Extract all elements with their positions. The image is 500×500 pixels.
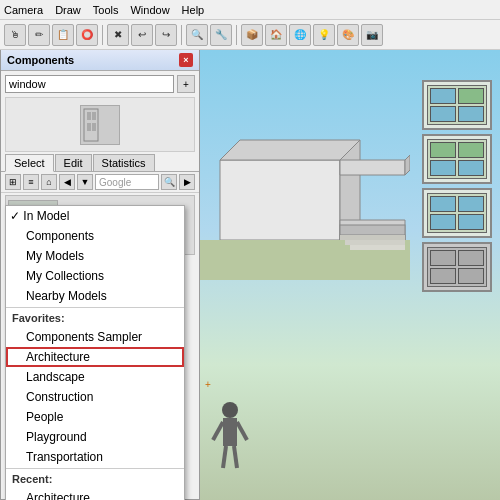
menu-item-4[interactable]: Nearby Models [6, 286, 184, 306]
pane-14 [458, 250, 484, 266]
tab-statistics[interactable]: Statistics [93, 154, 155, 171]
pane-9 [430, 196, 456, 212]
thumb-item-2[interactable] [422, 134, 492, 184]
toolbar-icon-4[interactable]: ⭕ [76, 24, 98, 46]
nav-back-button[interactable]: ◀ [59, 174, 75, 190]
svg-line-15 [237, 422, 247, 440]
nav-dropdown-button[interactable]: ▼ [77, 174, 93, 190]
thumb-item-3[interactable] [422, 188, 492, 238]
menu-camera[interactable]: Camera [4, 4, 43, 16]
menu-item-0[interactable]: ✓ In Model [6, 206, 184, 226]
svg-rect-11 [350, 245, 405, 250]
svg-marker-3 [340, 160, 405, 175]
pane-7 [430, 160, 456, 176]
tabs-bar: Select Edit Statistics [1, 152, 199, 172]
toolbar: 🖱 ✏ 📋 ⭕ ✖ ↩ ↪ 🔍 🔧 📦 🏠 🌐 💡 🎨 📷 [0, 20, 500, 50]
menu-section-15: Recent: [6, 470, 184, 488]
menu-item-2[interactable]: My Models [6, 246, 184, 266]
nav-search-button[interactable]: 🔍 [161, 174, 177, 190]
svg-line-14 [213, 422, 223, 440]
pane-6 [458, 142, 484, 158]
menu-item-16[interactable]: Architecture [6, 488, 184, 500]
component-thumbnail [80, 105, 120, 145]
menu-item-3[interactable]: My Collections [6, 266, 184, 286]
toolbar-icon-11[interactable]: 🏠 [265, 24, 287, 46]
menu-window[interactable]: Window [130, 4, 169, 16]
tab-select[interactable]: Select [5, 154, 54, 172]
toolbar-icon-13[interactable]: 💡 [313, 24, 335, 46]
google-label: Google [99, 177, 131, 188]
toolbar-icon-3[interactable]: 📋 [52, 24, 74, 46]
menu-help[interactable]: Help [182, 4, 205, 16]
panel-title-bar: Components × [1, 50, 199, 71]
main-area: + [0, 50, 500, 500]
thumbnail-panel [422, 80, 492, 292]
nav-forward-button[interactable]: ▶ [179, 174, 195, 190]
toolbar-icon-12[interactable]: 🌐 [289, 24, 311, 46]
svg-rect-22 [92, 123, 96, 131]
pane-13 [430, 250, 456, 266]
menu-bar: Camera Draw Tools Window Help [0, 0, 500, 20]
svg-rect-19 [87, 112, 91, 120]
search-bar: + [1, 71, 199, 97]
svg-line-17 [234, 446, 237, 468]
menu-separator-14 [6, 468, 184, 469]
toolbar-icon-10[interactable]: 📦 [241, 24, 263, 46]
menu-item-8[interactable]: Architecture [6, 347, 184, 367]
toolbar-icon-8[interactable]: 🔍 [186, 24, 208, 46]
menu-item-1[interactable]: Components [6, 226, 184, 246]
google-search-bar[interactable]: Google [95, 174, 159, 190]
pane-10 [458, 196, 484, 212]
svg-line-16 [223, 446, 226, 468]
toolbar-icon-2[interactable]: ✏ [28, 24, 50, 46]
pane-8 [458, 160, 484, 176]
svg-marker-4 [405, 155, 410, 175]
menu-draw[interactable]: Draw [55, 4, 81, 16]
menu-item-9[interactable]: Landscape [6, 367, 184, 387]
toolbar-icon-15[interactable]: 📷 [361, 24, 383, 46]
toolbar-icon-14[interactable]: 🎨 [337, 24, 359, 46]
nav-list-button[interactable]: ≡ [23, 174, 39, 190]
menu-item-12[interactable]: Playground [6, 427, 184, 447]
person-figure [210, 400, 250, 480]
pane-5 [430, 142, 456, 158]
svg-rect-9 [340, 235, 405, 240]
pane-3 [430, 106, 456, 122]
search-add-button[interactable]: + [177, 75, 195, 93]
thumbnail-area [5, 97, 195, 152]
svg-rect-13 [223, 418, 237, 446]
toolbar-icon-7[interactable]: ↪ [155, 24, 177, 46]
menu-separator-5 [6, 307, 184, 308]
nav-bar: ⊞ ≡ ⌂ ◀ ▼ Google 🔍 ▶ [1, 172, 199, 193]
pane-11 [430, 214, 456, 230]
menu-item-13[interactable]: Transportation [6, 447, 184, 467]
menu-item-11[interactable]: People [6, 407, 184, 427]
menu-tools[interactable]: Tools [93, 4, 119, 16]
svg-rect-21 [87, 123, 91, 131]
search-input[interactable] [5, 75, 174, 93]
tab-edit[interactable]: Edit [55, 154, 92, 171]
svg-rect-20 [92, 112, 96, 120]
panel-close-button[interactable]: × [179, 53, 193, 67]
toolbar-icon-9[interactable]: 🔧 [210, 24, 232, 46]
toolbar-separator-3 [236, 25, 237, 45]
thumb-item-1[interactable] [422, 80, 492, 130]
toolbar-icon-1[interactable]: 🖱 [4, 24, 26, 46]
menu-section-6: Favorites: [6, 309, 184, 327]
nav-grid-button[interactable]: ⊞ [5, 174, 21, 190]
dropdown-menu: ✓ In ModelComponentsMy ModelsMy Collecti… [5, 205, 185, 500]
toolbar-icon-5[interactable]: ✖ [107, 24, 129, 46]
svg-rect-10 [345, 240, 405, 245]
menu-item-10[interactable]: Construction [6, 387, 184, 407]
pane-12 [458, 214, 484, 230]
pane-4 [458, 106, 484, 122]
svg-marker-1 [220, 140, 360, 160]
components-panel: Components × + Select Edit S [0, 50, 200, 500]
menu-item-7[interactable]: Components Sampler [6, 327, 184, 347]
building-svg [190, 80, 410, 320]
thumb-item-4[interactable] [422, 242, 492, 292]
toolbar-icon-6[interactable]: ↩ [131, 24, 153, 46]
svg-marker-0 [220, 160, 340, 240]
panel-title: Components [7, 54, 74, 66]
nav-home-button[interactable]: ⌂ [41, 174, 57, 190]
